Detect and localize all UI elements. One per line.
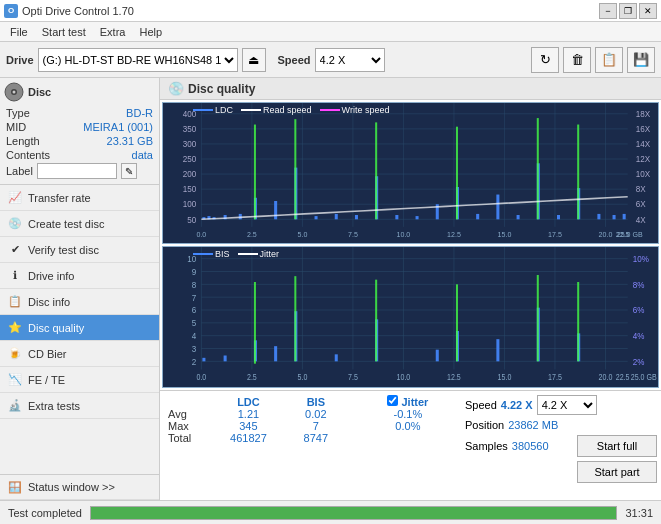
disc-title: Disc — [28, 86, 51, 98]
svg-rect-74 — [294, 119, 296, 219]
svg-text:18X: 18X — [636, 109, 651, 119]
copy-button[interactable]: 📋 — [595, 47, 623, 73]
bis-legend-label: BIS — [215, 249, 230, 259]
refresh-button[interactable]: ↻ — [531, 47, 559, 73]
svg-text:9: 9 — [192, 266, 197, 277]
svg-text:100: 100 — [183, 199, 197, 209]
svg-rect-123 — [202, 358, 205, 362]
svg-rect-140 — [577, 282, 579, 361]
svg-text:25.0 GB: 25.0 GB — [617, 229, 643, 238]
svg-rect-61 — [416, 216, 419, 219]
svg-rect-136 — [294, 276, 296, 361]
sidebar-item-drive-info[interactable]: ℹ Drive info — [0, 263, 159, 289]
sidebar-item-verify-test-disc-label: Verify test disc — [28, 244, 99, 256]
read-speed-legend-item: Read speed — [241, 105, 312, 115]
svg-text:0.0: 0.0 — [196, 373, 206, 383]
speed-stat-value: 4.22 X — [501, 399, 533, 411]
avg-bis-value: 0.02 — [289, 408, 343, 420]
bis-legend-item: BIS — [193, 249, 230, 259]
close-button[interactable]: ✕ — [639, 3, 657, 19]
drive-select[interactable]: (G:) HL-DT-ST BD-RE WH16NS48 1.D3 — [38, 48, 238, 72]
ldc-chart: LDC Read speed Write speed — [162, 102, 659, 244]
minimize-button[interactable]: − — [599, 3, 617, 19]
svg-text:200: 200 — [183, 169, 197, 179]
svg-text:22.5: 22.5 — [616, 373, 630, 383]
avg-jitter-value: -0.1% — [363, 408, 453, 420]
bis-jitter-chart: BIS Jitter — [162, 246, 659, 388]
max-ldc-value: 345 — [208, 420, 289, 432]
write-speed-legend-item: Write speed — [320, 105, 390, 115]
disc-label-label: Label — [6, 165, 33, 177]
svg-rect-126 — [274, 346, 277, 361]
sidebar-item-disc-info[interactable]: 📋 Disc info — [0, 289, 159, 315]
svg-text:16X: 16X — [636, 124, 651, 134]
menu-bar: File Start test Extra Help — [0, 22, 661, 42]
speed-info-row: Speed 4.22 X 4.2 X — [465, 395, 657, 415]
title-bar: O Opti Drive Control 1.70 − ❐ ✕ — [0, 0, 661, 22]
disc-icon — [4, 82, 24, 102]
svg-text:17.5: 17.5 — [548, 229, 562, 238]
content-title-icon: 💿 — [168, 81, 184, 96]
read-speed-legend-label: Read speed — [263, 105, 312, 115]
svg-text:350: 350 — [183, 124, 197, 134]
disc-length-value: 23.31 GB — [107, 135, 153, 147]
sidebar-item-transfer-rate[interactable]: 📈 Transfer rate — [0, 185, 159, 211]
sidebar-item-disc-quality[interactable]: ⭐ Disc quality — [0, 315, 159, 341]
sidebar-item-fe-te[interactable]: 📉 FE / TE — [0, 367, 159, 393]
svg-text:300: 300 — [183, 139, 197, 149]
svg-text:15.0: 15.0 — [498, 229, 512, 238]
speed-select-toolbar[interactable]: 4.2 X — [315, 48, 385, 72]
menu-start-test[interactable]: Start test — [36, 25, 92, 39]
svg-text:2.5: 2.5 — [247, 229, 257, 238]
svg-rect-70 — [597, 214, 600, 219]
svg-rect-128 — [335, 354, 338, 361]
svg-rect-60 — [395, 215, 398, 219]
svg-rect-137 — [375, 280, 377, 362]
status-time: 31:31 — [625, 507, 653, 519]
speed-select-stats[interactable]: 4.2 X — [537, 395, 597, 415]
svg-text:12.5: 12.5 — [447, 373, 461, 383]
total-label: Total — [168, 432, 208, 444]
disc-label-edit-button[interactable]: ✎ — [121, 163, 137, 179]
title-bar-controls: − ❐ ✕ — [599, 3, 657, 19]
svg-rect-57 — [335, 214, 338, 219]
jitter-checkbox[interactable] — [387, 395, 398, 406]
sidebar-item-extra-tests[interactable]: 🔬 Extra tests — [0, 393, 159, 419]
menu-help[interactable]: Help — [133, 25, 168, 39]
svg-text:5.0: 5.0 — [297, 229, 307, 238]
restore-button[interactable]: ❐ — [619, 3, 637, 19]
svg-rect-132 — [496, 339, 499, 361]
svg-text:2%: 2% — [633, 356, 645, 367]
svg-text:250: 250 — [183, 154, 197, 164]
jitter-legend-item: Jitter — [238, 249, 280, 259]
chart2-legend: BIS Jitter — [193, 249, 279, 259]
svg-rect-124 — [224, 356, 227, 362]
svg-rect-72 — [623, 214, 626, 219]
chart2-svg: 10 9 8 7 6 5 4 3 2 10% 8% 6% 4% 2% 0.0 — [163, 247, 658, 387]
sidebar: Disc Type BD-R MID MEIRA1 (001) Length 2… — [0, 78, 160, 500]
sidebar-item-verify-test-disc[interactable]: ✔ Verify test disc — [0, 237, 159, 263]
start-full-button[interactable]: Start full — [577, 435, 657, 457]
sidebar-item-cd-bier[interactable]: 🍺 CD Bier — [0, 341, 159, 367]
save-button[interactable]: 💾 — [627, 47, 655, 73]
svg-text:10.0: 10.0 — [397, 229, 411, 238]
sidebar-item-status-window[interactable]: 🪟 Status window >> — [0, 474, 159, 500]
samples-value: 380560 — [512, 440, 549, 452]
disc-label-input[interactable] — [37, 163, 117, 179]
erase-button[interactable]: 🗑 — [563, 47, 591, 73]
sidebar-item-disc-info-label: Disc info — [28, 296, 70, 308]
stats-avg-row: Avg 1.21 0.02 -0.1% — [168, 408, 453, 420]
bis-col-header: BIS — [289, 395, 343, 408]
content-area: 💿 Disc quality LDC Read speed — [160, 78, 661, 500]
eject-button[interactable]: ⏏ — [242, 48, 266, 72]
extra-tests-icon: 🔬 — [8, 399, 22, 413]
menu-file[interactable]: File — [4, 25, 34, 39]
status-text: Test completed — [8, 507, 82, 519]
disc-info-icon: 📋 — [8, 295, 22, 309]
toolbar: Drive (G:) HL-DT-ST BD-RE WH16NS48 1.D3 … — [0, 42, 661, 78]
sidebar-item-create-test-disc[interactable]: 💿 Create test disc — [0, 211, 159, 237]
progress-bar-container — [90, 506, 617, 520]
start-part-button[interactable]: Start part — [577, 461, 657, 483]
menu-extra[interactable]: Extra — [94, 25, 132, 39]
svg-rect-54 — [274, 201, 277, 219]
